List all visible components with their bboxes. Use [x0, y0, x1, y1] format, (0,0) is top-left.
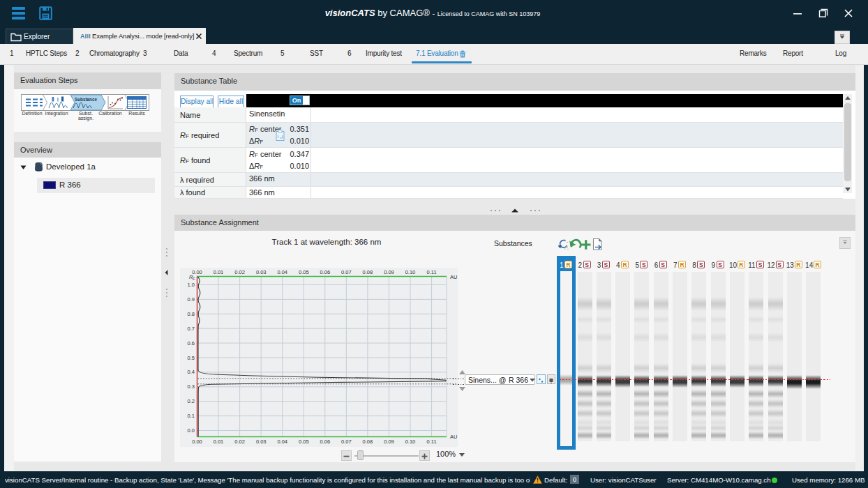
svg-text:0.4: 0.4 [188, 369, 195, 375]
svg-text:0.8: 0.8 [188, 311, 195, 317]
svg-text:0.11: 0.11 [427, 439, 437, 445]
svg-text:0.06: 0.06 [320, 269, 330, 275]
svg-text:0.02: 0.02 [234, 439, 245, 445]
svg-text:0.06: 0.06 [320, 439, 330, 445]
svg-text:0.00: 0.00 [192, 269, 202, 275]
svg-text:0.07: 0.07 [341, 269, 352, 275]
svg-text:0.1: 0.1 [188, 413, 195, 419]
svg-text:0.00: 0.00 [192, 439, 202, 445]
svg-text:0.01: 0.01 [214, 269, 224, 275]
svg-text:0.10: 0.10 [405, 439, 416, 445]
svg-text:0.09: 0.09 [384, 439, 394, 445]
svg-text:0.03: 0.03 [256, 269, 267, 275]
svg-text:0.02: 0.02 [234, 269, 245, 275]
svg-text:Substance: Substance [75, 97, 97, 102]
svg-text:0.0: 0.0 [188, 427, 195, 434]
svg-text:AU: AU [450, 434, 457, 440]
svg-text:0.05: 0.05 [299, 439, 309, 445]
svg-text:0.5: 0.5 [188, 355, 195, 361]
svg-text:0.11: 0.11 [427, 269, 437, 275]
svg-text:0.9: 0.9 [188, 296, 195, 303]
svg-text:0.04: 0.04 [277, 269, 287, 275]
svg-text:0.08: 0.08 [363, 269, 373, 275]
svg-text:0.3: 0.3 [188, 383, 195, 390]
svg-text:0.09: 0.09 [384, 269, 394, 275]
svg-text:0.6: 0.6 [188, 340, 195, 346]
svg-text:A: A [80, 33, 85, 40]
svg-text:0.7: 0.7 [188, 326, 195, 332]
svg-text:0.01: 0.01 [214, 439, 224, 445]
svg-text:AU: AU [450, 274, 457, 280]
svg-text:0.04: 0.04 [277, 439, 287, 445]
svg-text:0.08: 0.08 [363, 439, 373, 445]
svg-text:0.05: 0.05 [299, 269, 309, 275]
svg-text:F: F [193, 277, 195, 281]
svg-text:1.0: 1.0 [188, 282, 195, 288]
svg-text:0.2: 0.2 [188, 398, 195, 404]
svg-text:0.07: 0.07 [341, 439, 352, 445]
svg-text:0.10: 0.10 [405, 269, 416, 275]
svg-text:0.03: 0.03 [256, 439, 267, 445]
